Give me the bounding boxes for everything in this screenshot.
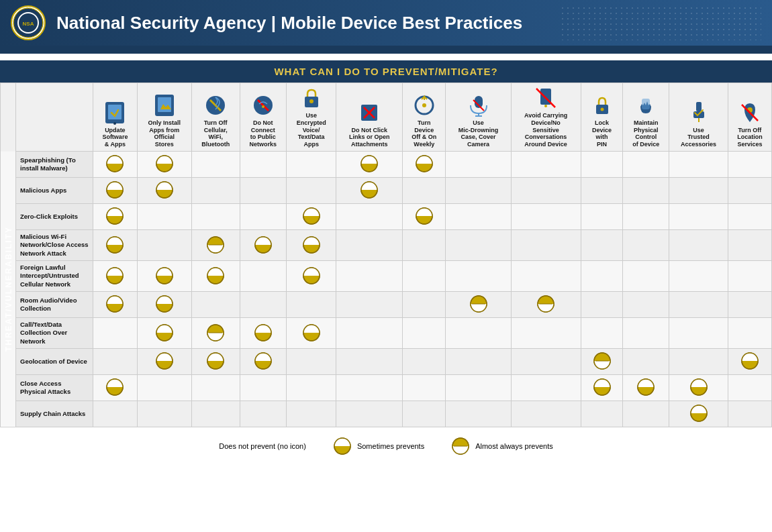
- cell-update_software: [93, 203, 138, 229]
- svg-point-13: [262, 105, 264, 108]
- cell-use_mic: [446, 401, 511, 427]
- vulnerability-header: [16, 83, 93, 152]
- cell-use_mic: [446, 229, 511, 260]
- svg-point-8: [113, 122, 116, 125]
- cell-turn_off_location: [728, 177, 771, 203]
- cell-update_software: [93, 375, 138, 401]
- cell-maintain_physical: [623, 177, 669, 203]
- cell-turn_device: [403, 292, 446, 318]
- cell-turn_device: [403, 375, 446, 401]
- legend-almost: Almost always prevents: [451, 437, 553, 456]
- legend-almost-label: Almost always prevents: [475, 442, 553, 450]
- cell-do_not_connect: [240, 203, 286, 229]
- threat-label: THREAT/VULNERABILITY: [1, 151, 16, 427]
- cell-turn_off_cellular: [191, 318, 240, 349]
- threat-column-header: [1, 83, 16, 152]
- legend-sometimes: Sometimes prevents: [333, 437, 424, 456]
- cell-maintain_physical: [623, 229, 669, 260]
- cell-do_not_click: [336, 177, 403, 203]
- svg-point-24: [544, 105, 547, 107]
- cell-turn_off_cellular: [191, 261, 240, 292]
- cell-maintain_physical: [623, 203, 669, 229]
- cell-turn_off_cellular: [191, 229, 240, 260]
- cell-turn_off_location: [728, 151, 771, 177]
- nsa-logo: NSA: [11, 5, 46, 40]
- cell-do_not_connect: [240, 229, 286, 260]
- cell-use_trusted: [669, 401, 728, 427]
- svg-point-27: [600, 107, 604, 111]
- cell-only_install: [137, 318, 191, 349]
- svg-point-18: [422, 103, 426, 107]
- cell-use_mic: [446, 375, 511, 401]
- table-row: Call/Text/Data Collection Over Network: [1, 318, 772, 349]
- cell-update_software: [93, 318, 138, 349]
- cell-only_install: [137, 203, 191, 229]
- cell-lock_device: [581, 349, 623, 375]
- vulnerability-label: Geolocation of Device: [16, 349, 93, 375]
- cell-avoid_carrying: [511, 349, 581, 375]
- vulnerability-label: Zero-Click Exploits: [16, 203, 93, 229]
- cell-use_mic: [446, 203, 511, 229]
- cell-use_encrypted: [286, 261, 336, 292]
- cell-avoid_carrying: [511, 318, 581, 349]
- cell-use_mic: [446, 261, 511, 292]
- vulnerability-label: Supply Chain Attacks: [16, 401, 93, 427]
- cell-update_software: [93, 401, 138, 427]
- cell-avoid_carrying: [511, 151, 581, 177]
- cell-do_not_click: [336, 151, 403, 177]
- cell-do_not_connect: [240, 292, 286, 318]
- cell-use_mic: [446, 349, 511, 375]
- cell-update_software: [93, 177, 138, 203]
- cell-turn_off_cellular: [191, 375, 240, 401]
- cell-do_not_click: [336, 375, 403, 401]
- table-row: Malicious Apps: [1, 177, 772, 203]
- vulnerability-label: Call/Text/Data Collection Over Network: [16, 318, 93, 349]
- cell-do_not_click: [336, 229, 403, 260]
- cell-maintain_physical: [623, 151, 669, 177]
- col-header-only-install: Only InstallApps fromOfficialStores: [137, 83, 191, 152]
- cell-avoid_carrying: [511, 229, 581, 260]
- svg-text:NSA: NSA: [23, 21, 34, 27]
- cell-do_not_connect: [240, 401, 286, 427]
- cell-turn_device: [403, 261, 446, 292]
- col-header-use-encrypted: UseEncryptedVoice/Text/DataApps: [286, 83, 336, 152]
- legend-no-prevent: Does not prevent (no icon): [219, 442, 306, 450]
- cell-use_trusted: [669, 229, 728, 260]
- col-header-use-mic: UseMic-DrowningCase, CoverCamera: [446, 83, 511, 152]
- col-header-turn-device: TurnDeviceOff & OnWeekly: [403, 83, 446, 152]
- cell-maintain_physical: [623, 375, 669, 401]
- vulnerability-label: Malicious Wi-Fi Network/Close Access Net…: [16, 229, 93, 260]
- cell-turn_off_location: [728, 229, 771, 260]
- cell-lock_device: [581, 401, 623, 427]
- cell-turn_off_cellular: [191, 151, 240, 177]
- col-header-turn-off-cellular: Turn OffCellular,WiFi,Bluetooth: [191, 83, 240, 152]
- cell-do_not_click: [336, 318, 403, 349]
- cell-do_not_connect: [240, 177, 286, 203]
- table-row: Close Access Physical Attacks: [1, 375, 772, 401]
- cell-maintain_physical: [623, 318, 669, 349]
- main-table-wrapper: UpdateSoftware& Apps Only InstallApps fr…: [0, 83, 772, 427]
- cell-do_not_connect: [240, 151, 286, 177]
- cell-do_not_click: [336, 401, 403, 427]
- cell-turn_off_location: [728, 292, 771, 318]
- cell-update_software: [93, 229, 138, 260]
- svg-rect-29: [696, 102, 702, 111]
- cell-lock_device: [581, 151, 623, 177]
- cell-update_software: [93, 292, 138, 318]
- cell-do_not_connect: [240, 318, 286, 349]
- cell-use_mic: [446, 292, 511, 318]
- cell-do_not_click: [336, 203, 403, 229]
- cell-turn_off_location: [728, 375, 771, 401]
- cell-do_not_click: [336, 261, 403, 292]
- cell-turn_off_location: [728, 203, 771, 229]
- cell-lock_device: [581, 261, 623, 292]
- cell-use_trusted: [669, 292, 728, 318]
- legend: Does not prevent (no icon) Sometimes pre…: [0, 427, 772, 462]
- cell-turn_device: [403, 229, 446, 260]
- cell-avoid_carrying: [511, 292, 581, 318]
- cell-only_install: [137, 292, 191, 318]
- cell-turn_off_cellular: [191, 177, 240, 203]
- cell-turn_off_cellular: [191, 203, 240, 229]
- cell-turn_off_location: [728, 349, 771, 375]
- cell-turn_off_cellular: [191, 292, 240, 318]
